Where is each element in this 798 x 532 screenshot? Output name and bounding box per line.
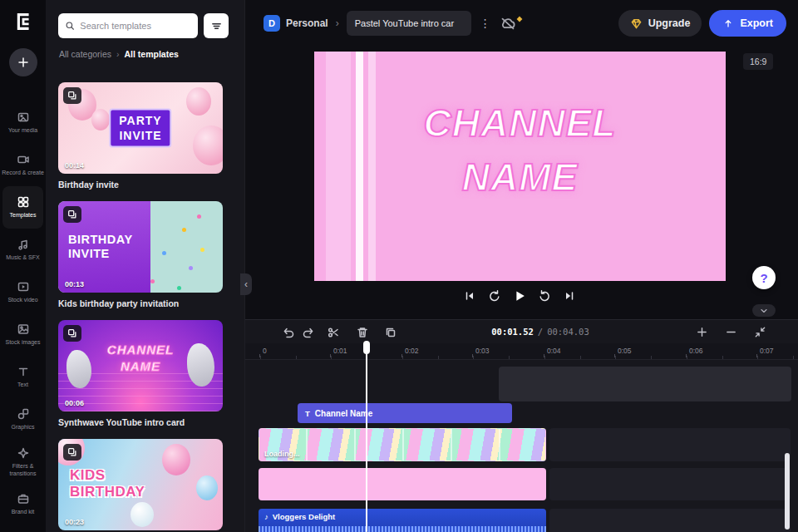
sidebar-item-graphics[interactable]: Graphics [0,398,46,441]
timeline-scrollbar[interactable] [785,453,790,530]
template-card-synthwave-intro[interactable]: CHANNEL NAME 00:06 Synthwave YouTube int… [58,320,223,427]
sidebar-item-label: Templates [10,212,37,219]
text-clip-label: Channel Name [315,409,372,418]
balloon-decor [162,444,190,475]
sidebar-item-filters-transitions[interactable]: Filters & transitions [0,441,46,483]
copy-icon [384,326,397,339]
audio-clip-label: Vloggers Delight [273,512,335,521]
jump-back-button[interactable] [485,286,505,306]
sidebar-item-label: Record & create [2,170,44,177]
duration-label: 00:14 [65,161,84,170]
workspace-switcher[interactable]: D Personal [264,15,328,32]
sidebar-item-text[interactable]: Text [0,356,46,398]
thumbnail-title: PARTY INVITE [109,109,171,148]
current-time: 00:01.52 [491,327,534,337]
skip-end-button[interactable] [559,286,579,306]
template-caption: Birthday invite [58,180,223,190]
filter-icon [210,20,223,32]
zoom-out-button[interactable] [721,322,741,342]
video-clip[interactable]: Loading... [259,428,546,461]
sidebar-item-record-create[interactable]: Record & create [0,144,46,186]
workspace-avatar: D [264,15,280,32]
confetti-decor [197,214,201,219]
text-clip-channel-name[interactable]: T Channel Name [298,403,512,423]
create-button[interactable] [9,48,37,76]
playhead-handle[interactable] [363,341,370,354]
breadcrumb-all-categories[interactable]: All categories [59,49,111,59]
play-button[interactable] [510,286,530,306]
aspect-ratio-badge[interactable]: 16:9 [743,53,773,70]
sidebar-item-your-media[interactable]: Your media [0,101,46,144]
redo-button[interactable] [298,323,318,342]
scissors-icon [327,326,340,339]
briefcase-icon [17,492,30,505]
template-thumbnail: BIRTHDAY INVITE 00:13 [58,201,223,293]
balloon-decor [91,109,110,131]
background-color-clip[interactable] [259,468,546,500]
total-time: 00:04.03 [547,327,589,337]
template-card-kids-birthday-invite[interactable]: BIRTHDAY INVITE 00:13 Kids birthday part… [58,201,223,308]
sidebar-item-templates[interactable]: Templates [2,186,43,229]
undo-button[interactable] [278,323,298,342]
canvas-text-channel-name[interactable]: CHANNEL NAME [314,96,726,204]
balloon-decor [186,87,211,116]
premium-gem-icon [516,11,523,26]
template-card-birthday-invite[interactable]: PARTY INVITE 00:14 Birthday invite [58,82,223,190]
filter-button[interactable] [204,13,229,38]
sidebar-item-music-sfx[interactable]: Music & SFX [0,229,46,271]
sidebar-item-label: Music & SFX [6,254,39,262]
music-note-icon: ♪ [264,512,268,521]
export-arrow-icon [722,17,734,29]
search-icon [65,20,75,32]
sidebar-item-brand-kit[interactable]: Brand kit [0,483,46,525]
template-card-list: PARTY INVITE 00:14 Birthday invite BIRTH… [58,82,223,532]
balloon-decor [196,475,218,500]
timeline-ruler[interactable]: 0 0:01 0:02 0:03 0:04 0:05 0:06 0:07 [245,343,798,360]
audio-clip-vloggers-delight[interactable]: ♪ Vloggers Delight [259,509,546,532]
sidebar-item-stock-video[interactable]: Stock video [0,271,46,313]
search-box [58,13,198,38]
clipchamp-logo-icon[interactable] [11,9,36,34]
sidebar-item-label: Stock images [5,339,40,347]
header-breadcrumb-separator: › [336,17,339,29]
stock-video-icon [17,280,30,293]
project-title-input[interactable]: Pastel YouTube intro car [347,11,471,36]
template-stack-icon [63,444,81,461]
collapse-panel-button[interactable]: ‹ [240,273,252,295]
playhead[interactable] [366,342,367,532]
sidebar-item-label: Stock video [7,297,37,304]
ruler-label: 0:03 [475,347,490,355]
zoom-in-button[interactable] [692,322,712,342]
diamond-icon [630,17,643,30]
breadcrumb-all-templates: All templates [125,49,179,59]
sparkle-icon [17,446,30,460]
search-input[interactable] [80,21,191,31]
sidebar-item-label: Filters & transitions [2,463,44,478]
template-card-kids-birthday[interactable]: KIDS BIRTHDAY 00:23 [58,439,223,532]
split-button[interactable] [323,323,343,342]
upgrade-button[interactable]: Upgrade [618,10,702,37]
collapse-stage-button[interactable] [752,304,776,317]
template-stack-icon [63,325,81,342]
clipchamp-app: Your media Record & create Templates Mus… [0,0,798,532]
project-menu-button[interactable]: ⋮ [479,17,492,30]
ruler-label: 0:07 [760,347,774,355]
duplicate-button[interactable] [381,323,401,342]
time-display: 00:01.52 / 00:04.03 [445,320,636,343]
export-button[interactable]: Export [709,10,786,37]
sidebar-nav: Your media Record & create Templates Mus… [0,101,46,525]
delete-button[interactable] [352,323,372,342]
text-icon [17,365,30,378]
sidebar-item-stock-images[interactable]: Stock images [0,313,46,356]
workspace-name: Personal [286,17,328,29]
play-icon [512,288,527,303]
nav-rail: Your media Record & create Templates Mus… [0,0,46,532]
help-button[interactable]: ? [752,266,776,289]
skip-start-button[interactable] [460,286,480,306]
jump-forward-button[interactable] [534,286,554,306]
template-thumbnail: CHANNEL NAME 00:06 [58,320,223,411]
video-canvas[interactable]: CHANNEL NAME [314,52,726,281]
fit-timeline-button[interactable] [750,322,770,342]
cloud-offline-icon[interactable] [500,16,520,32]
track-background [549,428,791,461]
